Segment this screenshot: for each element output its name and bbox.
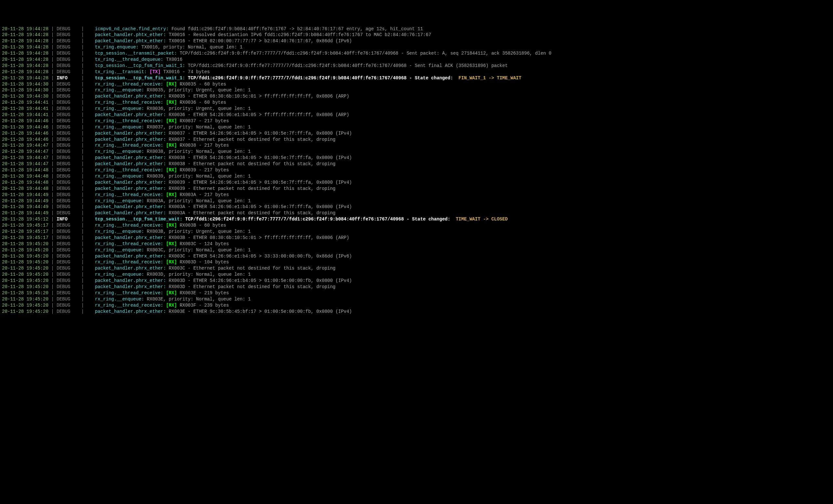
log-line: 20-11-28 19:44:28 | DEBUG | tcp_session.… [2, 50, 831, 56]
log-level: INFO [56, 217, 78, 222]
log-timestamp: 20-11-28 19:45:20 [2, 309, 48, 314]
log-separator: | [48, 204, 56, 209]
log-separator: | [48, 57, 56, 62]
log-message: RX0038 - Ethernet packet not destined fo… [166, 161, 335, 167]
log-separator: | [78, 174, 87, 179]
log-timestamp: 20-11-28 19:44:28 [2, 32, 48, 37]
log-separator: | [78, 82, 87, 87]
log-source: packet_handler.phrx_ether: [95, 131, 166, 136]
log-message: RX0039 - ETHER 54:26:96:e1:b4:05 > 01:00… [166, 180, 352, 185]
log-message: RX0037 - Ethernet packet not destined fo… [166, 137, 335, 142]
log-message: RX0037 - 217 bytes [177, 118, 229, 124]
log-timestamp: 20-11-28 19:44:48 [2, 174, 48, 179]
log-line: 20-11-28 19:44:30 | DEBUG | packet_handl… [2, 93, 831, 100]
log-source: tcp_session.__transmit_packet: [95, 51, 177, 56]
log-source: packet_handler.phrx_ether: [95, 155, 166, 160]
log-separator: | [78, 149, 87, 154]
log-separator: | [78, 192, 87, 197]
log-line: 20-11-28 19:45:20 | DEBUG | packet_handl… [2, 253, 831, 259]
log-indent [87, 210, 95, 216]
log-separator: | [78, 204, 87, 209]
log-timestamp: 20-11-28 19:45:20 [2, 291, 48, 296]
log-source: packet_handler.phrx_ether: [95, 235, 166, 240]
log-level: DEBUG [56, 266, 78, 271]
log-timestamp: 20-11-28 19:44:28 [2, 51, 48, 56]
log-indent [87, 82, 95, 87]
log-separator: | [48, 112, 56, 117]
log-state-change: FIN_WAIT_1 -> TIME_WAIT [456, 75, 522, 81]
log-line: 20-11-28 19:45:20 | DEBUG | rx_ring.__th… [2, 302, 831, 308]
log-indent [87, 309, 95, 314]
log-level: DEBUG [56, 94, 78, 99]
log-line: 20-11-28 19:44:48 | DEBUG | rx_ring.__en… [2, 173, 831, 179]
log-level: DEBUG [56, 180, 78, 185]
log-separator: | [48, 63, 56, 68]
log-message: RX003D, priority: Normal, queue len: 1 [144, 272, 251, 277]
log-message: TCP/fdd1:c296:f24f:9:0:ff:fe77:7777/7/fd… [183, 217, 453, 222]
log-message: Found fdd1:c296:f24f:9:b084:40ff:fe76:17… [169, 26, 423, 31]
log-separator: | [48, 303, 56, 308]
log-source: packet_handler.phrx_ether: [95, 186, 166, 191]
log-indent [87, 32, 95, 37]
log-separator: | [48, 94, 56, 99]
rx-tag-icon: [RX] [166, 259, 177, 265]
log-message: RX003B - ETHER 08:30:6b:10:5c:01 > ff:ff… [166, 235, 349, 240]
log-source: packet_handler.phrx_ether: [95, 278, 166, 283]
log-timestamp: 20-11-28 19:44:46 [2, 125, 48, 130]
log-source: packet_handler.phrx_ether: [95, 309, 166, 314]
log-separator: | [78, 57, 87, 62]
log-separator: | [48, 87, 56, 93]
log-timestamp: 20-11-28 19:44:48 [2, 168, 48, 173]
log-message: RX0038, priority: Normal, queue len: 1 [144, 149, 251, 154]
log-separator: | [48, 75, 56, 81]
log-line: 20-11-28 19:44:48 | DEBUG | rx_ring.__th… [2, 167, 831, 173]
log-level: DEBUG [56, 161, 78, 167]
log-level: INFO [56, 75, 78, 81]
log-timestamp: 20-11-28 19:45:17 [2, 223, 48, 228]
log-indent [87, 112, 95, 117]
log-indent [87, 192, 95, 197]
log-source: rx_ring.__enqueue: [95, 149, 144, 154]
log-line: 20-11-28 19:44:28 | INFO | tcp_session._… [2, 75, 831, 81]
log-source: rx_ring.__enqueue: [95, 174, 144, 179]
log-separator: | [48, 118, 56, 124]
log-source: packet_handler.phrx_ether: [95, 254, 166, 259]
log-message: RX003E - ETHER 9c:30:5b:45:bf:17 > 01:00… [166, 309, 352, 314]
log-indent [87, 266, 95, 271]
log-separator: | [78, 87, 87, 93]
log-separator: | [48, 266, 56, 271]
log-source: rx_ring.__thread_receive: [95, 100, 163, 105]
log-separator: | [48, 125, 56, 130]
log-separator: | [78, 254, 87, 259]
log-timestamp: 20-11-28 19:44:28 [2, 39, 48, 44]
log-separator: | [48, 223, 56, 228]
log-line: 20-11-28 19:45:20 | DEBUG | packet_handl… [2, 284, 831, 290]
log-line: 20-11-28 19:44:49 | DEBUG | packet_handl… [2, 210, 831, 216]
log-line: 20-11-28 19:44:28 | DEBUG | tx_ring.__th… [2, 56, 831, 63]
log-level: DEBUG [56, 118, 78, 124]
log-message: RX0039 - Ethernet packet not destined fo… [166, 186, 335, 191]
log-level: DEBUG [56, 137, 78, 142]
log-level: DEBUG [56, 309, 78, 314]
log-line: 20-11-28 19:45:20 | DEBUG | rx_ring.__th… [2, 290, 831, 296]
log-separator: | [48, 168, 56, 173]
log-message: RX003D - ETHER 54:26:96:e1:b4:05 > 01:00… [166, 278, 352, 283]
log-timestamp: 20-11-28 19:45:17 [2, 235, 48, 240]
log-separator: | [48, 32, 56, 37]
rx-tag-icon: [RX] [166, 223, 177, 228]
log-separator: | [78, 131, 87, 136]
terminal-log-output[interactable]: 20-11-28 19:44:28 | DEBUG | icmpv6_nd_ca… [2, 26, 831, 315]
log-source: packet_handler.phrx_ether: [95, 284, 166, 289]
log-level: DEBUG [56, 143, 78, 148]
log-level: DEBUG [56, 204, 78, 209]
log-level: DEBUG [56, 100, 78, 105]
log-separator: | [48, 284, 56, 289]
log-timestamp: 20-11-28 19:45:20 [2, 303, 48, 308]
log-separator: | [78, 259, 87, 265]
log-indent [87, 118, 95, 124]
log-message: RX003E, priority: Normal, queue len: 1 [144, 297, 251, 302]
log-separator: | [48, 198, 56, 204]
log-line: 20-11-28 19:45:12 | INFO | tcp_session._… [2, 216, 831, 222]
log-line: 20-11-28 19:44:47 | DEBUG | rx_ring.__en… [2, 149, 831, 155]
log-source: packet_handler.phtx_ether: [95, 32, 166, 37]
